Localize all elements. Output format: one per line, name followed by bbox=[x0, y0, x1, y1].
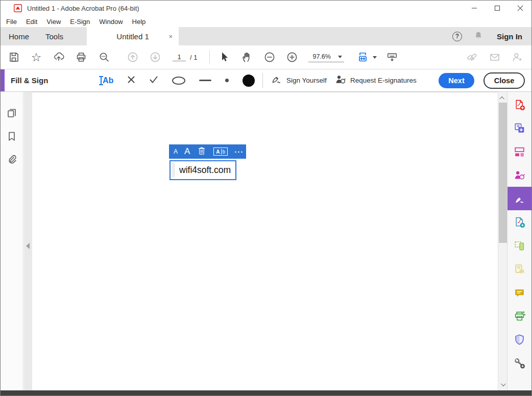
zoom-in-icon[interactable] bbox=[286, 51, 298, 63]
scrollbar-thumb[interactable] bbox=[499, 103, 507, 243]
cloud-upload-icon[interactable] bbox=[53, 51, 65, 63]
text-field-value[interactable]: wifi4soft.com bbox=[179, 161, 231, 179]
minimize-button[interactable] bbox=[463, 1, 486, 16]
field-mini-toolbar: A A Ab ··· bbox=[169, 144, 246, 159]
text-style-ab-icon[interactable]: Ab bbox=[213, 147, 228, 156]
chevron-down-icon bbox=[338, 56, 342, 58]
window-title: Untitled 1 - Adobe Acrobat Pro (64-bit) bbox=[27, 5, 139, 12]
page-number-input[interactable] bbox=[173, 53, 186, 61]
toolbar-divider bbox=[209, 50, 210, 64]
fill-and-sign-icon[interactable] bbox=[507, 187, 531, 210]
request-esignatures-button[interactable]: Request E-signatures bbox=[334, 69, 417, 91]
tab-bar-right: ? Sign In bbox=[452, 30, 531, 43]
delete-field-trash-icon[interactable] bbox=[197, 145, 207, 158]
decrease-font-icon[interactable]: A bbox=[174, 148, 178, 155]
zoom-level-value: 97.6% bbox=[312, 53, 330, 60]
zoom-out-icon[interactable] bbox=[263, 51, 276, 63]
fill-sign-title: Fill & Sign bbox=[11, 69, 48, 91]
menu-esign[interactable]: E-Sign bbox=[65, 17, 94, 27]
vertical-scrollbar[interactable] bbox=[498, 92, 507, 391]
person-pen-icon bbox=[334, 73, 347, 87]
dot-tool-icon[interactable] bbox=[225, 79, 229, 82]
search-icon[interactable] bbox=[98, 51, 110, 63]
bookmarks-icon[interactable] bbox=[1, 125, 23, 148]
tab-tools[interactable]: Tools bbox=[37, 27, 71, 45]
cross-tool-icon[interactable] bbox=[127, 76, 135, 86]
scroll-down-icon[interactable] bbox=[501, 383, 505, 387]
create-pdf-icon[interactable] bbox=[507, 93, 531, 116]
pdf-page[interactable]: A A Ab ··· wifi4soft.com bbox=[32, 92, 498, 391]
menu-window[interactable]: Window bbox=[94, 17, 127, 27]
add-text-tool-icon[interactable]: Ab bbox=[101, 76, 113, 85]
checkmark-tool-icon[interactable] bbox=[149, 76, 158, 86]
comment-icon[interactable] bbox=[507, 281, 531, 304]
select-tool-icon[interactable] bbox=[218, 51, 230, 63]
sign-in-button[interactable]: Sign In bbox=[495, 32, 522, 41]
fill-sign-toolbar: Fill & Sign Ab Sign Yourself Request E-s… bbox=[1, 69, 531, 92]
increase-font-icon[interactable]: A bbox=[184, 146, 190, 157]
menu-edit[interactable]: Edit bbox=[21, 17, 42, 27]
notifications-bell-icon[interactable] bbox=[473, 30, 484, 43]
text-cursor-icon bbox=[101, 76, 102, 85]
close-button[interactable] bbox=[509, 1, 531, 16]
tools-pane bbox=[507, 92, 531, 391]
help-icon[interactable]: ? bbox=[452, 32, 462, 41]
share-link-icon[interactable] bbox=[466, 51, 478, 63]
fill-sign-text-field[interactable]: wifi4soft.com bbox=[170, 160, 236, 180]
star-favorite-icon[interactable]: ☆ bbox=[30, 51, 42, 63]
hand-tool-icon[interactable] bbox=[241, 51, 253, 63]
attachments-paperclip-icon[interactable] bbox=[1, 148, 23, 171]
more-tools-wrench-icon[interactable] bbox=[507, 351, 531, 375]
window-bottom-edge bbox=[1, 390, 531, 395]
tab-document-label: Untitled 1 bbox=[116, 32, 149, 41]
organize-pages-icon[interactable] bbox=[507, 140, 531, 163]
email-icon[interactable] bbox=[489, 51, 501, 63]
fill-sign-accent-strip bbox=[1, 69, 5, 91]
protect-shield-icon[interactable] bbox=[507, 328, 531, 351]
sign-yourself-label: Sign Yourself bbox=[286, 77, 327, 84]
print-icon[interactable] bbox=[75, 51, 87, 63]
collapse-pane-icon[interactable] bbox=[26, 243, 30, 249]
window-controls bbox=[463, 1, 531, 16]
scroll-up-icon[interactable] bbox=[501, 96, 505, 101]
close-fill-sign-button[interactable]: Close bbox=[483, 72, 525, 89]
export-pdf-icon[interactable] bbox=[507, 210, 531, 234]
previous-page-icon[interactable] bbox=[127, 51, 139, 63]
maximize-button[interactable] bbox=[486, 1, 509, 16]
tab-home[interactable]: Home bbox=[1, 27, 37, 45]
left-navigation-pane bbox=[1, 92, 23, 391]
menu-file[interactable]: File bbox=[2, 17, 21, 27]
oval-tool-icon[interactable] bbox=[172, 77, 185, 85]
next-page-icon[interactable] bbox=[149, 51, 161, 63]
touch-keyboard-icon[interactable] bbox=[386, 51, 398, 63]
drag-handle-icon[interactable] bbox=[173, 163, 175, 177]
page-fit-width-icon[interactable] bbox=[357, 51, 370, 63]
print-production-icon[interactable] bbox=[507, 304, 531, 328]
menu-help[interactable]: Help bbox=[128, 17, 151, 27]
title-bar: Untitled 1 - Adobe Acrobat Pro (64-bit) bbox=[1, 1, 531, 16]
page-thumbnails-icon[interactable] bbox=[1, 101, 23, 125]
zoom-level-select[interactable]: 97.6% bbox=[308, 52, 344, 62]
menu-view[interactable]: View bbox=[42, 17, 65, 27]
toolbar-share-group bbox=[466, 51, 531, 63]
pane-gutter bbox=[24, 92, 32, 391]
sign-yourself-button[interactable]: Sign Yourself bbox=[271, 69, 327, 91]
scan-and-ocr-icon[interactable] bbox=[507, 257, 531, 281]
line-tool-icon[interactable] bbox=[199, 80, 211, 81]
main-toolbar: ☆ / 1 97.6% bbox=[1, 45, 531, 69]
color-swatch-icon[interactable] bbox=[243, 75, 255, 87]
next-button[interactable]: Next bbox=[439, 73, 474, 88]
share-with-others-icon[interactable] bbox=[511, 51, 523, 63]
fill-sign-tools: Ab bbox=[101, 69, 255, 91]
page-fit-chevron-icon[interactable] bbox=[373, 56, 377, 59]
acrobat-app-icon bbox=[14, 4, 22, 12]
save-icon[interactable] bbox=[8, 51, 20, 63]
tab-document[interactable]: Untitled 1 × bbox=[87, 27, 179, 45]
menu-bar: File Edit View E-Sign Window Help bbox=[1, 16, 531, 27]
combine-files-icon[interactable] bbox=[507, 116, 531, 140]
edit-pdf-icon[interactable] bbox=[507, 234, 531, 257]
more-options-icon[interactable]: ··· bbox=[234, 147, 244, 156]
page-total-label: / 1 bbox=[190, 54, 197, 61]
request-esignatures-tool-icon[interactable] bbox=[507, 163, 531, 187]
tab-close-icon[interactable]: × bbox=[168, 33, 173, 40]
